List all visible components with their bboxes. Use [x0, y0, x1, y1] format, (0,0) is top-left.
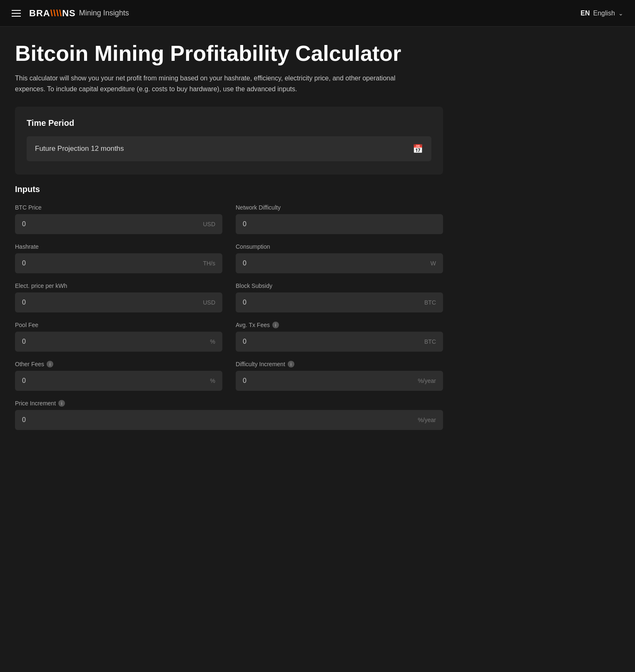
- input-difficulty-increment[interactable]: [243, 377, 397, 385]
- unit-price-increment: %/year: [418, 417, 436, 423]
- label-block-subsidy: Block Subsidy: [236, 282, 443, 289]
- input-network-difficulty[interactable]: [243, 220, 397, 228]
- input-avg-tx-fees[interactable]: [243, 338, 397, 345]
- unit-block-subsidy: BTC: [424, 299, 436, 306]
- inputs-section: Inputs BTC PriceUSDNetwork DifficultyHas…: [15, 185, 443, 439]
- input-wrapper-difficulty-increment: %/year: [236, 371, 443, 391]
- input-group-other-fees: Other Feesi%: [15, 361, 222, 391]
- hamburger-menu-button[interactable]: [12, 10, 21, 17]
- info-icon-price-increment[interactable]: i: [58, 400, 65, 407]
- input-group-difficulty-increment: Difficulty Incrementi%/year: [236, 361, 443, 391]
- unit-avg-tx-fees: BTC: [424, 338, 436, 345]
- info-icon-avg-tx-fees[interactable]: i: [272, 322, 279, 328]
- label-avg-tx-fees: Avg. Tx Feesi: [236, 322, 443, 328]
- time-period-title: Time Period: [27, 118, 431, 128]
- brand-logo-area: BRA\\\\NS Mining Insights: [29, 8, 129, 19]
- unit-other-fees: %: [210, 377, 215, 384]
- chevron-down-icon: ⌄: [618, 10, 623, 17]
- unit-elect-price: USD: [203, 299, 215, 306]
- label-price-increment: Price Incrementi: [15, 400, 443, 407]
- main-content: Bitcoin Mining Profitability Calculator …: [0, 27, 458, 454]
- info-icon-other-fees[interactable]: i: [47, 361, 53, 367]
- input-block-subsidy[interactable]: [243, 299, 397, 306]
- input-wrapper-btc-price: USD: [15, 214, 222, 234]
- input-wrapper-consumption: W: [236, 253, 443, 273]
- input-other-fees[interactable]: [22, 377, 177, 385]
- info-icon-difficulty-increment[interactable]: i: [288, 361, 294, 367]
- unit-difficulty-increment: %/year: [418, 377, 436, 384]
- input-wrapper-price-increment: %/year: [15, 410, 443, 430]
- input-group-avg-tx-fees: Avg. Tx FeesiBTC: [236, 322, 443, 352]
- brand-name: BRA\\\\NS: [29, 8, 76, 19]
- input-wrapper-avg-tx-fees: BTC: [236, 332, 443, 352]
- navbar-left: BRA\\\\NS Mining Insights: [12, 8, 129, 19]
- unit-btc-price: USD: [203, 221, 215, 227]
- input-group-block-subsidy: Block SubsidyBTC: [236, 282, 443, 312]
- page-description: This calculator will show you your net p…: [15, 73, 398, 94]
- input-wrapper-block-subsidy: BTC: [236, 292, 443, 312]
- input-group-consumption: ConsumptionW: [236, 243, 443, 273]
- inputs-grid: BTC PriceUSDNetwork DifficultyHashrateTH…: [15, 204, 443, 439]
- navbar: BRA\\\\NS Mining Insights EN English ⌄: [0, 0, 635, 27]
- time-period-selector[interactable]: Future Projection 12 months 📅: [27, 136, 431, 161]
- calendar-icon: 📅: [413, 144, 423, 154]
- input-consumption[interactable]: [243, 260, 397, 267]
- unit-consumption: W: [431, 260, 436, 267]
- label-other-fees: Other Feesi: [15, 361, 222, 367]
- language-name: English: [593, 10, 615, 17]
- language-selector[interactable]: EN English ⌄: [580, 10, 623, 17]
- time-period-value: Future Projection 12 months: [35, 145, 124, 153]
- input-wrapper-other-fees: %: [15, 371, 222, 391]
- input-group-btc-price: BTC PriceUSD: [15, 204, 222, 234]
- unit-pool-fee: %: [210, 338, 215, 345]
- input-pool-fee[interactable]: [22, 338, 177, 345]
- label-difficulty-increment: Difficulty Incrementi: [236, 361, 443, 367]
- label-elect-price: Elect. price per kWh: [15, 282, 222, 289]
- label-btc-price: BTC Price: [15, 204, 222, 211]
- label-pool-fee: Pool Fee: [15, 322, 222, 328]
- label-consumption: Consumption: [236, 243, 443, 250]
- input-wrapper-network-difficulty: [236, 214, 443, 234]
- input-wrapper-elect-price: USD: [15, 292, 222, 312]
- input-group-network-difficulty: Network Difficulty: [236, 204, 443, 234]
- input-wrapper-hashrate: TH/s: [15, 253, 222, 273]
- input-group-elect-price: Elect. price per kWhUSD: [15, 282, 222, 312]
- label-network-difficulty: Network Difficulty: [236, 204, 443, 211]
- page-title: Bitcoin Mining Profitability Calculator: [15, 42, 443, 65]
- unit-hashrate: TH/s: [203, 260, 215, 267]
- input-group-hashrate: HashrateTH/s: [15, 243, 222, 273]
- input-btc-price[interactable]: [22, 220, 177, 228]
- inputs-title: Inputs: [15, 185, 443, 194]
- input-wrapper-pool-fee: %: [15, 332, 222, 352]
- input-hashrate[interactable]: [22, 260, 177, 267]
- language-code: EN: [580, 10, 590, 17]
- brand-subtitle: Mining Insights: [79, 9, 129, 17]
- input-elect-price[interactable]: [22, 299, 177, 306]
- label-hashrate: Hashrate: [15, 243, 222, 250]
- input-price-increment[interactable]: [22, 416, 353, 424]
- input-group-pool-fee: Pool Fee%: [15, 322, 222, 352]
- input-group-price-increment: Price Incrementi%/year: [15, 400, 443, 430]
- time-period-section: Time Period Future Projection 12 months …: [15, 107, 443, 175]
